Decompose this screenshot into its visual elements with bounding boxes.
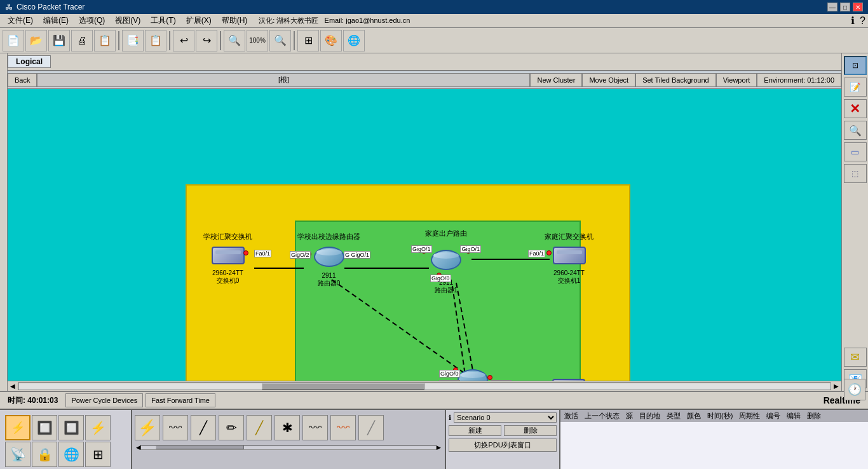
fast-forward-button[interactable]: Fast Forward Time [146,393,215,407]
viewport-button[interactable]: Viewport [716,73,757,87]
col-color: 颜色 [687,411,701,421]
menu-extend[interactable]: 扩展(X) [181,14,217,27]
redo-button[interactable]: ↪ [196,30,217,51]
power-cycle-button[interactable]: Power Cycle Devices [65,393,143,407]
wireless-device-btn[interactable]: 📡 [5,442,31,467]
grid-button[interactable]: ⊞ [297,30,319,51]
switch1[interactable]: 家庭汇聚交换机 2960-24TT交换机1 Fa0/1 [545,232,593,285]
back-button[interactable]: Back [8,73,37,87]
save-button[interactable]: 💾 [48,30,70,51]
device-icon-5[interactable]: ╱ [247,415,272,440]
switch2[interactable]: 2960-24TT交换机2ISP汇聚交换机 Fa0/1 [548,375,590,381]
scenario-select[interactable]: Scenario 0 [454,412,557,423]
new-cluster-button[interactable]: New Cluster [530,73,582,87]
network-button[interactable]: 🌐 [343,30,365,51]
info-icon[interactable]: ℹ [851,15,855,27]
maximize-button[interactable]: □ [840,3,850,11]
close-button[interactable]: ✕ [853,3,863,11]
router0[interactable]: 学校出校边缘路由器 2911路由器0 GigO/2 G GigO/1 [297,232,360,288]
col-periodic: 周期性 [739,411,760,421]
activity-button[interactable]: 📋 [94,30,116,51]
menu-edit[interactable]: 编辑(E) [38,14,74,27]
toggle-pdu-button[interactable]: 切换PDU列表窗口 [449,438,557,452]
device-icon-2[interactable]: 〰 [163,415,188,440]
switch1-label: 2960-24TT交换机1 [553,269,585,285]
app-icon: 🖧 [5,3,13,11]
palette-button[interactable]: 🎨 [320,30,342,51]
device-icon-1[interactable]: ⚡ [135,415,160,440]
toolbar-separator-2 [169,31,170,50]
switch1-name-label: 家庭汇聚交换机 [545,232,593,241]
custom-rect-button[interactable]: ▭ [844,142,867,161]
zoom-button[interactable]: 🔍 [844,121,867,140]
device-icon-4[interactable]: ✏ [219,415,244,440]
router1-name-label: 家庭出户路由 [425,229,467,238]
event-panel: 激活 上一个状态 源 目的地 类型 颜色 时间(秒) 周期性 编号 编辑 删除 [559,410,868,469]
device-panel: ⚡ 🔲 🔲 ⚡ 📡 🔒 🌐 ⊞ 自动选择连接类型 [0,410,132,469]
device-scroll-right[interactable]: ▶ [437,444,441,451]
device-scroll-left[interactable]: ◀ [136,444,140,451]
zoom-reset-button[interactable]: 100% [247,30,268,51]
scroll-track[interactable] [18,383,831,390]
set-tiled-bg-button[interactable]: Set Tiled Background [635,73,716,87]
security-device-btn[interactable]: 🔒 [32,442,57,467]
event-list [560,422,868,469]
paste-button[interactable]: 📋 [145,30,166,51]
question-icon[interactable]: ? [860,15,865,27]
copy-button[interactable]: 📑 [122,30,144,51]
device-icons-row: ⚡ 〰 ╱ ✏ ╱ ✱ 〰 〰 ╱ [135,412,442,443]
grid-btn[interactable]: ⊞ [85,442,111,467]
network-canvas[interactable]: 汇聚层 核心层 [8,89,841,381]
device-icon-3[interactable]: ╱ [191,415,216,440]
envelope-button[interactable]: ✉ [844,348,867,367]
device-scroll-thumb[interactable] [156,445,244,449]
menu-help[interactable]: 帮助(H) [217,14,253,27]
router-device-btn[interactable]: 🔲 [32,415,57,440]
horizontal-scrollbar[interactable]: ◀ ▶ [8,381,841,391]
logical-tab[interactable]: Logical [8,55,51,68]
device-icon-7[interactable]: 〰 [302,415,328,440]
clock-button[interactable]: 🕐 [844,379,865,400]
device-icon-6[interactable]: ✱ [275,415,300,440]
dotted-rect-button[interactable]: ⬚ [844,164,867,183]
device-icons-area: ⚡ 〰 ╱ ✏ ╱ ✱ 〰 〰 ╱ ◀ ▶ [132,410,445,469]
router2-port-gig01: GigO/1 [439,380,460,381]
scenario-panel: ℹ Scenario 0 新建 删除 切换PDU列表窗口 [445,410,559,469]
device-icon-9[interactable]: ╱ [358,415,384,440]
router1[interactable]: 家庭出户路由 2911路由器1 GigO/1 GigO/1 GigO/0 [424,229,468,295]
switch-device-btn[interactable]: 🔲 [58,415,84,440]
scroll-thumb[interactable] [262,383,424,390]
menu-view[interactable]: 视图(V) [110,14,146,27]
scenario-new-button[interactable]: 新建 [449,425,501,436]
menu-tools[interactable]: 工具(T) [146,14,180,27]
switch0[interactable]: 学校汇聚交换机 2960-24TT交换机0 Fa0/1 [203,232,252,285]
minimize-button[interactable]: — [827,3,837,11]
open-button[interactable]: 📂 [25,30,47,51]
zoom-in-button[interactable]: 🔍 [224,30,245,51]
realtime-mode-btn[interactable]: ⚡ [5,415,31,440]
move-object-button[interactable]: Move Object [582,73,635,87]
new-button[interactable]: 📄 [3,30,24,51]
delete-button[interactable]: ✕ [844,99,867,118]
device-h-scrollbar[interactable]: ◀ ▶ [135,443,442,452]
wan-device-btn[interactable]: 🌐 [58,442,84,467]
router0-name-label: 学校出校边缘路由器 [297,232,360,241]
hub-device-btn[interactable]: ⚡ [85,415,111,440]
menu-options[interactable]: 选项(Q) [74,14,110,27]
col-dest: 目的地 [639,411,660,421]
device-scroll-track[interactable] [140,445,437,450]
scroll-left-btn[interactable]: ◀ [9,383,17,390]
col-delete: 删除 [807,411,821,421]
zoom-out-button[interactable]: 🔍 [269,30,291,51]
dotted-rect-icon: ⬚ [851,169,858,178]
col-source: 源 [626,411,633,421]
scroll-right-btn[interactable]: ▶ [832,383,840,390]
router2[interactable]: 2911路由器2ISP路由 GigO/0 GigO/1 GigO/2 [451,364,495,381]
device-icon-8[interactable]: 〰 [330,415,356,440]
select-tool-button[interactable]: ⊡ [844,56,867,75]
print-button[interactable]: 🖨 [71,30,93,51]
note-button[interactable]: 📝 [844,78,867,97]
scenario-delete-button[interactable]: 删除 [504,425,557,436]
undo-button[interactable]: ↩ [173,30,194,51]
menu-file[interactable]: 文件(E) [3,14,38,27]
